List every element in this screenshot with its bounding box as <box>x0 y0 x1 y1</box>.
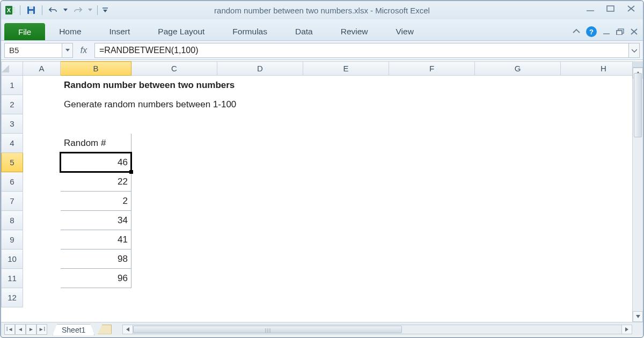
cells-grid[interactable]: A B C D E F G H 1Random number between t… <box>1 61 632 322</box>
undo-dropdown[interactable] <box>62 4 69 17</box>
column-headers-row: A B C D E F G H <box>2 62 633 76</box>
maximize-button[interactable] <box>604 3 617 14</box>
fx-label[interactable]: fx <box>73 46 94 55</box>
qat-customize-dropdown[interactable] <box>101 4 109 17</box>
tab-review[interactable]: Review <box>327 23 382 40</box>
hscroll-track[interactable] <box>133 325 621 334</box>
col-header-e[interactable]: E <box>303 62 389 76</box>
workbook-close-button[interactable] <box>630 28 639 35</box>
svg-rect-15 <box>617 31 622 35</box>
col-header-g[interactable]: G <box>475 62 561 76</box>
next-sheet-button[interactable]: ► <box>26 324 36 335</box>
save-button[interactable] <box>24 4 38 17</box>
row-header-2[interactable]: 2 <box>2 95 23 114</box>
svg-text:X: X <box>7 7 11 13</box>
svg-rect-2 <box>12 7 15 9</box>
workbook-restore-button[interactable] <box>616 28 625 35</box>
tab-formulas[interactable]: Formulas <box>218 23 281 40</box>
fill-handle[interactable] <box>129 170 133 174</box>
tab-home[interactable]: Home <box>45 23 95 40</box>
split-handle[interactable] <box>633 61 643 68</box>
svg-rect-4 <box>12 11 15 13</box>
tab-data[interactable]: Data <box>281 23 327 40</box>
qat-separator <box>97 5 98 15</box>
scroll-thumb[interactable] <box>634 73 642 137</box>
excel-icon: X <box>4 4 16 16</box>
name-box-dropdown[interactable] <box>62 43 73 58</box>
hscroll-thumb[interactable] <box>133 326 401 333</box>
row-header-5[interactable]: 5 <box>2 153 23 172</box>
worksheet-area: A B C D E F G H 1Random number between t… <box>1 61 643 322</box>
cell-b5[interactable]: 46 <box>61 153 131 172</box>
row-header-3[interactable]: 3 <box>2 114 23 134</box>
redo-button[interactable] <box>71 4 85 17</box>
row-header-10[interactable]: 10 <box>2 249 23 269</box>
svg-rect-7 <box>29 11 33 14</box>
row-header-8[interactable]: 8 <box>2 211 23 230</box>
svg-rect-10 <box>607 6 614 11</box>
svg-rect-6 <box>29 6 33 9</box>
prev-sheet-button[interactable]: ◄ <box>15 324 26 335</box>
row-header-11[interactable]: 11 <box>2 269 23 288</box>
row-header-7[interactable]: 7 <box>2 192 23 211</box>
tab-page-layout[interactable]: Page Layout <box>144 23 218 40</box>
qat-separator <box>42 5 42 15</box>
workbook-minimize-button[interactable] <box>602 28 611 35</box>
tab-insert[interactable]: Insert <box>96 23 144 40</box>
cell-b10[interactable]: 98 <box>61 249 131 269</box>
row-header-12[interactable]: 12 <box>2 288 23 307</box>
row-header-9[interactable]: 9 <box>2 230 23 249</box>
formula-input[interactable]: =RANDBETWEEN(1,100) <box>94 43 629 58</box>
formula-bar-expand[interactable] <box>629 43 640 58</box>
cell-b7[interactable]: 2 <box>61 192 131 211</box>
title-text[interactable]: Random number between two numbers <box>61 76 389 95</box>
quick-access-toolbar: X <box>1 4 109 17</box>
new-sheet-button[interactable] <box>98 325 112 334</box>
scroll-left-button[interactable] <box>122 325 133 334</box>
cell-b8[interactable]: 34 <box>61 211 131 230</box>
name-box[interactable]: B5 <box>4 43 62 58</box>
undo-button[interactable] <box>46 4 60 17</box>
title-bar: X random number between two numbers.xlsx… <box>1 1 643 19</box>
col-header-h[interactable]: H <box>561 62 633 76</box>
help-icon[interactable]: ? <box>586 26 597 37</box>
col-header-d[interactable]: D <box>217 62 303 76</box>
tab-view[interactable]: View <box>382 23 428 40</box>
sheet-nav-buttons: I◄ ◄ ► ►I <box>1 324 47 335</box>
first-sheet-button[interactable]: I◄ <box>4 324 15 335</box>
col-header-f[interactable]: F <box>389 62 475 76</box>
ribbon-minimize-icon[interactable] <box>572 28 581 35</box>
scroll-down-button[interactable] <box>633 311 643 322</box>
last-sheet-button[interactable]: ►I <box>36 324 47 335</box>
qat-separator <box>20 5 20 15</box>
cell-b9[interactable]: 41 <box>61 230 131 249</box>
file-tab[interactable]: File <box>4 23 45 40</box>
subtitle-text[interactable]: Generate random numbers between 1-100 <box>61 95 389 114</box>
sheet-tab-bar: I◄ ◄ ► ►I Sheet1 <box>1 322 643 336</box>
cell-b11[interactable]: 96 <box>61 269 131 288</box>
close-button[interactable] <box>625 3 638 14</box>
minimize-button[interactable] <box>584 3 597 14</box>
svg-rect-3 <box>12 9 15 11</box>
select-all-button[interactable] <box>2 62 23 76</box>
vertical-scrollbar[interactable] <box>632 61 643 322</box>
cell-value: 46 <box>118 157 128 167</box>
col-header-a[interactable]: A <box>23 62 61 76</box>
window-controls <box>584 3 638 14</box>
formula-bar: B5 fx =RANDBETWEEN(1,100) <box>1 41 643 60</box>
row-header-6[interactable]: 6 <box>2 172 23 192</box>
scroll-right-button[interactable] <box>621 325 632 334</box>
sheet-tab-sheet1[interactable]: Sheet1 <box>53 324 94 335</box>
redo-dropdown[interactable] <box>87 4 93 17</box>
col-header-c[interactable]: C <box>131 62 217 76</box>
row-header-4[interactable]: 4 <box>2 134 23 153</box>
ribbon-tabs: File Home Insert Page Layout Formulas Da… <box>1 19 643 41</box>
row-header-1[interactable]: 1 <box>2 76 23 95</box>
horizontal-scrollbar[interactable] <box>122 325 632 334</box>
col-header-b[interactable]: B <box>61 62 131 76</box>
table-header[interactable]: Random # <box>61 134 131 153</box>
cell-b6[interactable]: 22 <box>61 172 131 192</box>
